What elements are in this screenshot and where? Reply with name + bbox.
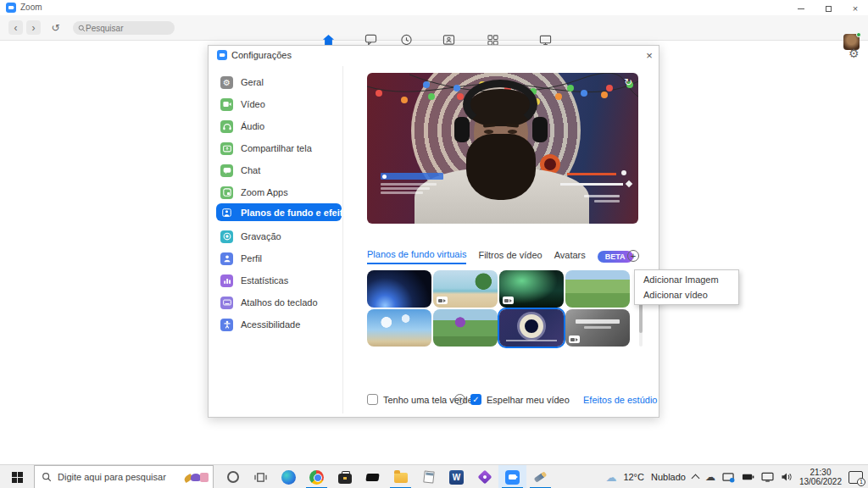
sidebar-item-backgrounds-effects[interactable]: Planos de fundo e efeitos — [216, 203, 342, 221]
tray-expand-chevron-icon[interactable] — [691, 474, 699, 483]
clock-date: 13/06/2022 — [799, 477, 842, 486]
person-icon — [220, 252, 233, 265]
diamond-icon — [477, 470, 492, 485]
dialog-zoom-icon — [217, 50, 227, 60]
thumbnail-meadow[interactable] — [565, 270, 630, 308]
sidebar-item-chat[interactable]: Chat — [216, 159, 342, 181]
onedrive-icon[interactable]: ☁ — [705, 471, 715, 483]
background-tabs: Planos de fundo virtuais Filtros de víde… — [367, 249, 633, 264]
help-icon[interactable]: ? — [454, 394, 465, 405]
taskbar-search[interactable] — [34, 465, 214, 488]
start-button[interactable] — [0, 465, 34, 488]
online-status-dot — [856, 32, 861, 37]
thumbnail-portal-selected[interactable] — [499, 309, 564, 347]
contact-card-icon — [442, 34, 455, 46]
taskbar-clock[interactable]: 21:30 13/06/2022 — [799, 468, 842, 486]
apps-icon — [487, 34, 499, 46]
thumbnail-grayscale[interactable] — [565, 309, 630, 347]
forward-button[interactable]: › — [26, 20, 41, 35]
sidebar-item-share-screen[interactable]: Compartilhar tela — [216, 137, 342, 159]
speaker-icon[interactable] — [781, 472, 793, 482]
cortana-button[interactable] — [219, 465, 247, 488]
mirror-video-checkbox[interactable]: ✓ — [470, 394, 481, 405]
cortana-icon — [227, 471, 239, 483]
sidebar-item-accessibility[interactable]: Acessibilidade — [216, 313, 342, 336]
battery-icon[interactable] — [742, 473, 754, 481]
taskbar-apps: W — [219, 465, 554, 488]
zoom-icon — [505, 470, 520, 485]
thumbnail-dragon-field[interactable] — [433, 309, 498, 347]
dialog-close-button[interactable]: × — [643, 48, 656, 62]
thumbnail-beach[interactable] — [433, 270, 498, 308]
search-input[interactable] — [86, 24, 162, 33]
paint-app-button[interactable] — [526, 465, 554, 488]
weather-icon: ☁ — [605, 471, 616, 484]
sidebar-item-audio[interactable]: Áudio — [216, 115, 342, 137]
check-icon: ✓ — [472, 395, 479, 404]
taskbar-search-input[interactable] — [58, 472, 168, 482]
sidebar-item-zoom-apps[interactable]: Zoom Apps — [216, 181, 342, 203]
zoom-taskbar-button[interactable] — [498, 465, 526, 488]
sidebar-item-keyboard-shortcuts[interactable]: Atalhos do teclado — [216, 291, 342, 313]
task-view-button[interactable] — [247, 465, 275, 488]
mirror-video-label: Espelhar meu vídeo — [487, 395, 570, 405]
display-icon[interactable] — [761, 472, 774, 482]
device-status-icon[interactable] — [722, 472, 735, 483]
game-hud-shield-bar — [560, 183, 623, 186]
video-badge-icon — [437, 297, 448, 304]
chat-icon — [364, 34, 377, 46]
folder-icon — [394, 473, 408, 483]
chrome-button[interactable] — [303, 465, 331, 488]
zoom-app-icon — [6, 3, 16, 13]
add-background-button[interactable]: + — [627, 250, 639, 262]
share-screen-icon — [220, 142, 233, 155]
sidebar-item-statistics[interactable]: Estatísticas — [216, 269, 342, 291]
headphones — [463, 80, 537, 129]
menu-item-add-video[interactable]: Adicionar vídeo — [635, 287, 738, 302]
thumbnail-earth-space[interactable] — [367, 270, 431, 308]
sidebar-item-general[interactable]: ⚙ Geral — [216, 71, 342, 93]
back-button[interactable]: ‹ — [8, 20, 23, 35]
video-badge-icon — [569, 336, 580, 343]
toolbar-search[interactable] — [73, 21, 175, 35]
action-center-icon[interactable]: 1 — [849, 471, 863, 484]
thumbnail-sky-creatures[interactable] — [367, 309, 431, 347]
window-title: Zoom — [20, 3, 42, 12]
edge-button[interactable] — [275, 465, 303, 488]
weather-temperature[interactable]: 12°C — [623, 472, 644, 482]
video-camera-icon — [220, 98, 233, 111]
wallet-app-button[interactable] — [359, 465, 387, 488]
edge-icon — [281, 470, 296, 485]
close-window-button[interactable]: × — [844, 3, 866, 14]
video-preview: ↻ — [367, 73, 638, 224]
sidebar-item-recording[interactable]: Gravação — [216, 225, 342, 247]
minimize-button[interactable] — [790, 3, 812, 14]
menu-item-add-image[interactable]: Adicionar Imagem — [635, 272, 738, 287]
notepad-icon — [423, 470, 434, 483]
clock-time: 21:30 — [799, 468, 842, 477]
briefcase-icon — [338, 474, 352, 484]
chat-bubble-icon — [220, 164, 233, 177]
tab-video-filters[interactable]: Filtros de vídeo — [478, 250, 542, 263]
thumbnail-aurora[interactable] — [499, 270, 564, 308]
history-icon[interactable]: ↺ — [48, 20, 63, 35]
gear-icon: ⚙ — [220, 76, 233, 89]
sidebar-item-video[interactable]: Vídeo — [216, 93, 342, 115]
maximize-button[interactable] — [817, 3, 839, 14]
diamond-app-button[interactable] — [470, 465, 498, 488]
tab-avatars[interactable]: Avatars — [554, 250, 586, 263]
weather-condition[interactable]: Nublado — [651, 472, 686, 482]
notification-badge: 1 — [857, 478, 865, 486]
window-titlebar: Zoom × — [0, 0, 868, 15]
keyboard-icon — [220, 297, 233, 309]
settings-gear-icon[interactable]: ⚙ — [849, 47, 860, 60]
studio-effects-link[interactable]: Efeitos de estúdio — [583, 395, 657, 405]
file-explorer-button[interactable] — [387, 465, 415, 488]
green-screen-checkbox[interactable] — [367, 394, 378, 405]
word-button[interactable]: W — [442, 465, 470, 488]
briefcase-app-button[interactable] — [331, 465, 359, 488]
flip-camera-icon[interactable]: ↻ — [624, 76, 632, 88]
sidebar-item-profile[interactable]: Perfil — [216, 247, 342, 269]
notes-app-button[interactable] — [415, 465, 442, 488]
tab-virtual-backgrounds[interactable]: Planos de fundo virtuais — [367, 249, 466, 264]
